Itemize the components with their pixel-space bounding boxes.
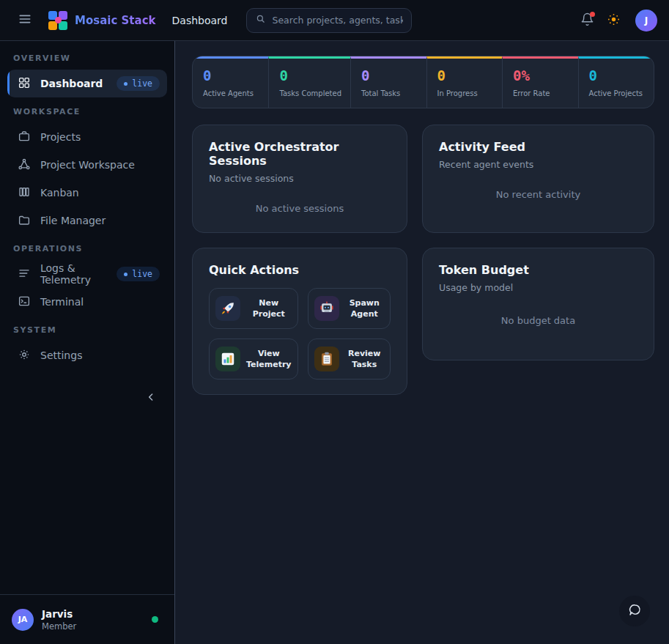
stat-value: 0 <box>437 67 494 84</box>
section-label-overview: OVERVIEW <box>7 44 167 70</box>
notifications-button[interactable] <box>574 7 600 34</box>
stat-label: Tasks Completed <box>279 89 341 97</box>
theme-toggle-button[interactable] <box>600 7 627 34</box>
sidebar-item-projects[interactable]: Projects <box>7 123 167 151</box>
search-icon <box>255 13 266 27</box>
sidebar-item-label: Projects <box>40 131 81 143</box>
terminal-icon <box>18 295 31 310</box>
stat-label: Error Rate <box>513 89 569 97</box>
stat-label: Active Projects <box>589 89 645 97</box>
stats-row: 0 Active Agents 0 Tasks Completed 0 Tota… <box>192 56 654 108</box>
chat-bubble-icon <box>627 602 643 620</box>
review-tasks-button[interactable]: Review Tasks <box>308 338 391 380</box>
card-title: Active Orchestrator Sessions <box>209 140 391 168</box>
sidebar-collapse-button[interactable] <box>142 388 160 408</box>
chat-button[interactable] <box>619 596 650 626</box>
stat-value: 0 <box>279 67 341 84</box>
chevron-left-icon <box>145 394 157 405</box>
view-telemetry-button[interactable]: View Telemetry <box>209 338 298 380</box>
mosaic-logo-icon <box>48 11 67 30</box>
stat-value: 0 <box>589 67 645 84</box>
token-budget-card: Token Budget Usage by model No budget da… <box>422 248 654 360</box>
menu-button[interactable] <box>12 7 38 34</box>
stat-active-projects: 0 Active Projects <box>578 56 654 108</box>
stat-label: Total Tasks <box>361 89 418 97</box>
stat-active-agents: 0 Active Agents <box>193 56 268 108</box>
app-window: Mosaic Stack Dashboard J OVERVIEW <box>0 0 669 644</box>
activity-feed-card: Activity Feed Recent agent events No rec… <box>422 125 654 233</box>
sidebar-user-card[interactable]: JA Jarvis Member <box>0 594 174 644</box>
logs-icon <box>18 267 31 282</box>
sidebar-item-label: Settings <box>40 349 82 361</box>
hamburger-icon <box>18 12 32 29</box>
sidebar-item-label: File Manager <box>40 215 106 226</box>
stat-tasks-completed: 0 Tasks Completed <box>268 56 350 108</box>
chart-icon <box>215 347 240 371</box>
sidebar-item-label: Dashboard <box>40 78 103 89</box>
user-role: Member <box>42 621 76 632</box>
sidebar: OVERVIEW Dashboard live WORKSPACE Projec… <box>0 41 175 644</box>
sidebar-item-label: Project Workspace <box>40 159 135 171</box>
sun-icon <box>607 12 621 29</box>
section-label-system: SYSTEM <box>7 316 167 341</box>
user-avatar-initials: JA <box>12 609 34 631</box>
sessions-card: Active Orchestrator Sessions No active s… <box>192 125 407 233</box>
card-subtitle: Recent agent events <box>439 159 637 170</box>
stat-value: 0% <box>513 67 569 84</box>
action-label: New Project <box>246 297 292 320</box>
user-avatar[interactable]: J <box>635 10 657 32</box>
sidebar-item-kanban[interactable]: Kanban <box>7 179 167 207</box>
stat-total-tasks: 0 Total Tasks <box>350 56 426 108</box>
empty-state-text: No active sessions <box>209 184 391 214</box>
folder-icon <box>18 213 31 229</box>
stat-in-progress: 0 In Progress <box>426 56 503 108</box>
briefcase-icon <box>18 130 31 145</box>
stat-label: Active Agents <box>203 89 259 97</box>
online-status-dot <box>152 616 158 623</box>
search-input[interactable] <box>272 15 403 26</box>
live-badge: live <box>117 76 160 91</box>
clipboard-icon <box>314 347 339 371</box>
card-title: Activity Feed <box>439 140 637 154</box>
stat-value: 0 <box>203 67 259 84</box>
action-label: Spawn Agent <box>345 297 384 320</box>
sidebar-item-file-manager[interactable]: File Manager <box>7 207 167 234</box>
page-title: Dashboard <box>172 15 228 26</box>
empty-state-text: No recent activity <box>439 170 637 200</box>
new-project-button[interactable]: New Project <box>209 288 298 329</box>
action-label: View Telemetry <box>246 348 292 371</box>
stat-error-rate: 0% Error Rate <box>502 56 578 108</box>
quick-actions-card: Quick Actions New Project Sp <box>192 248 407 395</box>
sidebar-item-project-workspace[interactable]: Project Workspace <box>7 151 167 179</box>
grid-icon <box>18 76 31 92</box>
sidebar-item-logs-telemetry[interactable]: Logs & Telemetry live <box>7 260 167 288</box>
sidebar-item-label: Kanban <box>40 187 79 199</box>
live-badge: live <box>117 267 160 281</box>
card-subtitle: No active sessions <box>209 173 391 184</box>
action-label: Review Tasks <box>345 348 384 371</box>
global-search[interactable] <box>246 8 412 33</box>
main-content: 0 Active Agents 0 Tasks Completed 0 Tota… <box>175 41 669 644</box>
notification-dot <box>590 12 595 17</box>
user-name: Jarvis <box>42 608 76 620</box>
section-label-workspace: WORKSPACE <box>7 97 167 123</box>
sidebar-item-label: Terminal <box>40 296 84 308</box>
brand-logo: Mosaic Stack <box>48 11 156 30</box>
card-subtitle: Usage by model <box>439 282 637 293</box>
sidebar-item-terminal[interactable]: Terminal <box>7 288 167 316</box>
sidebar-item-settings[interactable]: Settings <box>7 341 167 369</box>
empty-state-text: No budget data <box>439 293 637 326</box>
card-title: Token Budget <box>439 263 637 277</box>
spawn-agent-button[interactable]: Spawn Agent <box>308 288 391 329</box>
robot-icon <box>314 296 339 321</box>
stat-value: 0 <box>361 67 418 84</box>
section-label-operations: OPERATIONS <box>7 234 167 260</box>
network-icon <box>18 158 31 173</box>
kanban-icon <box>18 185 31 201</box>
stat-label: In Progress <box>437 89 494 97</box>
sidebar-item-dashboard[interactable]: Dashboard live <box>7 70 167 97</box>
gear-icon <box>18 348 31 363</box>
card-title: Quick Actions <box>209 263 391 277</box>
rocket-icon <box>215 296 240 321</box>
sidebar-item-label: Logs & Telemetry <box>40 262 107 286</box>
